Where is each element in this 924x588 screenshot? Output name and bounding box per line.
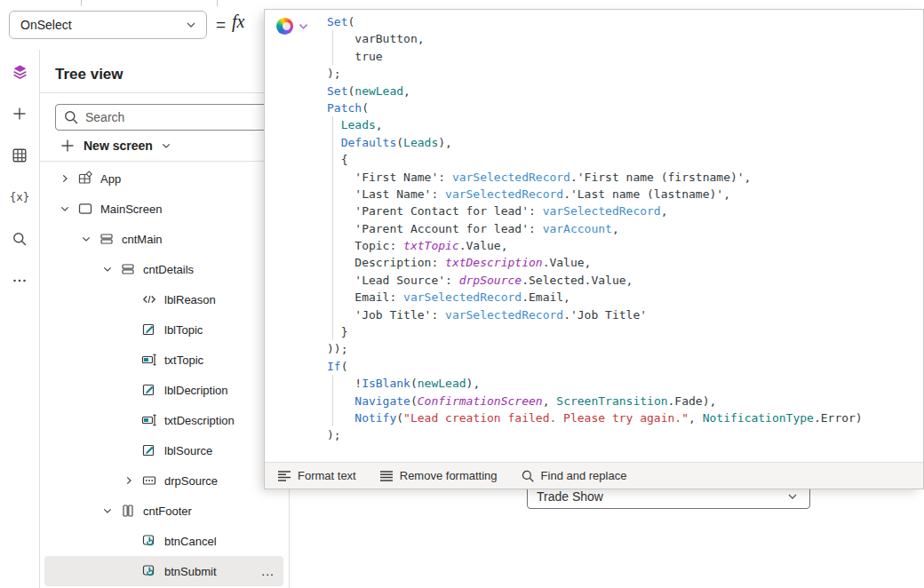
code-line: 'Parent Account for lead': varAccount, xyxy=(327,220,918,237)
container-v-icon xyxy=(120,261,136,277)
code-line: !IsBlank(newLead), xyxy=(327,375,918,392)
code-line: Leads, xyxy=(327,116,918,133)
tree-item-label: lblReason xyxy=(164,293,216,306)
search-icon xyxy=(12,231,28,247)
formula-code-editor[interactable]: Set( varButton, true);Set(newLead,Patch(… xyxy=(327,13,918,444)
tree-view-title: Tree view xyxy=(55,66,267,83)
code-line: Set(newLead, xyxy=(327,83,918,99)
tree-item-btnSubmit[interactable]: btnSubmit... xyxy=(44,556,283,586)
toolbar-label: Format text xyxy=(298,469,356,482)
new-screen-button[interactable]: New screen xyxy=(52,133,179,158)
tree-item-drpSource[interactable]: drpSource xyxy=(44,465,283,496)
chevron-right-icon[interactable] xyxy=(122,475,136,486)
dropdown-icon xyxy=(141,473,157,489)
code-line: 'Parent Contact for lead': varSelectedRe… xyxy=(327,203,918,219)
tree-item-label: txtTopic xyxy=(164,354,203,367)
format-text-button[interactable]: Format text xyxy=(277,469,356,482)
divider xyxy=(40,161,289,162)
formula-toolbar: Format textRemove formattingFind and rep… xyxy=(265,462,923,489)
tree-item-cntFooter[interactable]: cntFooter xyxy=(44,496,283,526)
code-line: Email: varSelectedRecord.Email, xyxy=(327,289,918,306)
htmltext-icon xyxy=(141,291,157,307)
top-separator-tick xyxy=(81,0,82,6)
chevron-down-icon[interactable] xyxy=(79,234,93,244)
tree-item-lblSource[interactable]: lblSource xyxy=(44,435,283,465)
tree-item-label: MainScreen xyxy=(100,203,162,216)
code-line: ); xyxy=(327,65,918,82)
rail-item-search[interactable] xyxy=(6,226,33,252)
code-line: 'First Name': varSelectedRecord.'First n… xyxy=(327,169,918,186)
copilot-button[interactable] xyxy=(276,18,309,35)
label-icon xyxy=(141,382,157,398)
tree-item-App[interactable]: App xyxy=(44,163,283,194)
chevron-down-icon xyxy=(298,20,309,32)
rail-item-tree-view[interactable] xyxy=(6,59,33,85)
more-options-icon[interactable]: ... xyxy=(261,564,283,578)
chevron-down-icon xyxy=(161,140,171,151)
divider xyxy=(40,92,289,93)
tree-item-txtDescription[interactable]: txtDescription xyxy=(44,405,283,435)
tree-item-label: txtDescription xyxy=(164,414,235,427)
toolbar-label: Remove formatting xyxy=(400,469,498,482)
label-icon xyxy=(141,442,157,458)
variables-icon: {x} xyxy=(9,189,30,205)
tree-item-cntDetails[interactable]: cntDetails xyxy=(44,254,283,284)
tree-item-label: cntMain xyxy=(122,233,163,246)
chevron-down-icon[interactable] xyxy=(100,264,115,274)
code-line: )); xyxy=(327,340,918,357)
tree-item-lblReason[interactable]: lblReason xyxy=(44,284,283,314)
rail-item-insert[interactable] xyxy=(6,100,33,127)
code-line: { xyxy=(327,151,918,168)
rail-item-data[interactable] xyxy=(6,142,33,169)
code-line: 'Job Title': varSelectedRecord.'Job Titl… xyxy=(327,306,918,323)
toolbar-label: Find and replace xyxy=(541,469,627,482)
tree-item-label: App xyxy=(100,172,121,186)
tree-item-lblTopic[interactable]: lblTopic xyxy=(44,314,283,345)
find-and-replace-button[interactable]: Find and replace xyxy=(521,469,627,483)
remove-formatting-button[interactable]: Remove formatting xyxy=(379,469,498,482)
code-line: Set( xyxy=(327,13,918,30)
tree-item-label: cntFooter xyxy=(143,505,192,518)
code-line: true xyxy=(327,48,918,65)
fx-icon: fx xyxy=(232,12,244,32)
label-icon xyxy=(141,322,157,338)
code-line: 'Last Name': varSelectedRecord.'Last nam… xyxy=(327,186,918,203)
code-line: ); xyxy=(327,426,918,443)
tree-item-label: btnCancel xyxy=(164,535,217,548)
plus-icon xyxy=(60,138,76,154)
svg-text:{x}: {x} xyxy=(10,190,30,203)
property-selector-dropdown[interactable]: OnSelect xyxy=(9,11,207,39)
rail-item-variables[interactable]: {x} xyxy=(6,184,33,211)
code-line: Patch( xyxy=(327,99,918,116)
rail-item-more[interactable] xyxy=(6,267,33,294)
tree-item-list: AppMainScreencntMaincntDetailslblReasonl… xyxy=(40,163,289,586)
chevron-down-icon[interactable] xyxy=(58,203,72,214)
more-icon xyxy=(12,273,28,289)
tree-search-box[interactable] xyxy=(55,104,279,131)
tree-item-btnCancel[interactable]: btnCancel xyxy=(44,526,283,556)
tree-item-txtTopic[interactable]: txtTopic xyxy=(44,345,283,375)
insert-icon xyxy=(12,106,28,122)
find-replace-icon xyxy=(521,469,535,483)
tree-item-cntMain[interactable]: cntMain xyxy=(44,224,283,254)
code-line: If( xyxy=(327,358,918,375)
code-line: Description: txtDescription.Value, xyxy=(327,254,918,271)
property-selector-value: OnSelect xyxy=(20,18,185,32)
top-separator-tick xyxy=(217,0,218,6)
tree-item-lblDecription[interactable]: lblDecription xyxy=(44,375,283,405)
tree-view-panel: Tree view New screen AppMainScreencntMai… xyxy=(40,50,290,588)
chevron-down-icon[interactable] xyxy=(100,505,115,516)
formula-editor-panel: Set( varButton, true);Set(newLead,Patch(… xyxy=(264,9,924,489)
screen-icon xyxy=(77,201,93,217)
code-line: varButton, xyxy=(327,30,918,47)
code-line: Defaults(Leads), xyxy=(327,134,918,151)
container-v-icon xyxy=(99,231,115,247)
chevron-down-icon xyxy=(185,19,197,31)
copilot-icon xyxy=(276,18,293,35)
chevron-right-icon[interactable] xyxy=(58,173,72,184)
code-line: } xyxy=(327,323,918,340)
search-input[interactable] xyxy=(85,110,271,124)
code-line: 'Lead Source': drpSource.Selected.Value, xyxy=(327,272,918,289)
code-line: Topic: txtTopic.Value, xyxy=(327,237,918,254)
tree-item-MainScreen[interactable]: MainScreen xyxy=(44,194,283,224)
